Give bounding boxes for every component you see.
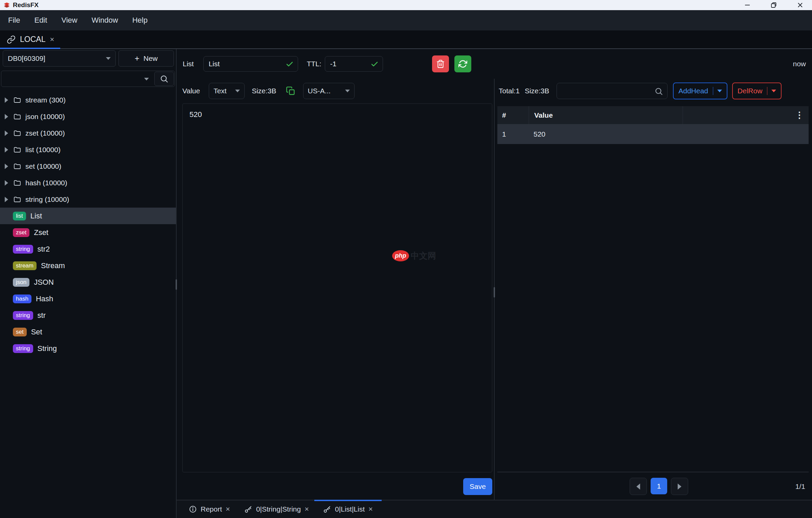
search-button[interactable] xyxy=(154,72,174,86)
key-row-str2[interactable]: string str2 xyxy=(0,241,176,257)
close-button[interactable] xyxy=(796,1,805,9)
column-header-value[interactable]: Value xyxy=(528,106,682,124)
menu-file[interactable]: File xyxy=(8,16,20,25)
caret-right-icon[interactable] xyxy=(5,164,8,169)
connection-tab-local[interactable]: LOCAL × xyxy=(0,30,60,48)
folder-icon xyxy=(13,129,22,137)
button-separator xyxy=(713,87,713,95)
close-icon[interactable]: × xyxy=(368,505,373,513)
menu-help[interactable]: Help xyxy=(132,16,148,25)
redis-logo-icon xyxy=(3,2,10,8)
panel-splitter[interactable] xyxy=(494,79,495,500)
key-row-hash[interactable]: hash Hash xyxy=(0,290,176,307)
tree-folder-stream[interactable]: stream (300) xyxy=(0,92,176,108)
chevron-down-icon[interactable] xyxy=(144,78,149,80)
chevron-down-icon[interactable] xyxy=(717,90,722,92)
tab-report[interactable]: Report × xyxy=(184,500,235,518)
menu-edit[interactable]: Edit xyxy=(34,16,47,25)
key-name-input[interactable] xyxy=(203,56,298,72)
chevron-down-icon xyxy=(106,57,111,60)
tab-list-list[interactable]: 0|List|List × xyxy=(318,500,378,518)
check-icon xyxy=(370,60,379,68)
del-row-button[interactable]: DelRow xyxy=(732,83,782,99)
type-badge: string xyxy=(13,344,33,353)
rows-search-input[interactable] xyxy=(557,83,667,99)
prev-page-button[interactable] xyxy=(630,478,647,495)
app-title: RedisFX xyxy=(13,1,39,9)
type-badge: stream xyxy=(13,261,37,270)
caret-right-icon[interactable] xyxy=(5,114,8,119)
close-icon[interactable]: × xyxy=(226,505,230,513)
type-badge: list xyxy=(13,212,26,220)
bottom-tab-bar: Report × 0|String|String × 0|List|List × xyxy=(177,500,812,518)
rows-total: Total:1 xyxy=(499,87,520,95)
column-header-index[interactable]: # xyxy=(497,111,528,119)
watermark: php 中文网 xyxy=(392,250,436,261)
connection-tab-label: LOCAL xyxy=(20,35,45,44)
value-content: 520 xyxy=(189,110,485,119)
key-row-stream[interactable]: stream Stream xyxy=(0,257,176,274)
value-editor-panel: Value Text Size:3B US-A... 520 php 中文网 xyxy=(182,79,492,500)
refreshed-status: now xyxy=(793,60,809,68)
key-type-label: List xyxy=(183,60,194,68)
folder-icon xyxy=(13,113,22,121)
value-editor[interactable]: 520 php 中文网 xyxy=(182,103,492,472)
save-button[interactable]: Save xyxy=(463,478,492,495)
chevron-down-icon xyxy=(235,90,240,92)
folder-icon xyxy=(13,162,22,170)
key-row-string[interactable]: string String xyxy=(0,340,176,357)
tree-folder-json[interactable]: json (10000) xyxy=(0,108,176,125)
search-icon[interactable] xyxy=(654,87,663,96)
tree-folder-list[interactable]: list (10000) xyxy=(0,141,176,158)
caret-right-icon[interactable] xyxy=(5,131,8,136)
menu-window[interactable]: Window xyxy=(92,16,118,25)
close-icon[interactable]: × xyxy=(50,36,54,43)
key-row-str[interactable]: string str xyxy=(0,307,176,324)
minimize-button[interactable] xyxy=(743,1,752,9)
next-page-button[interactable] xyxy=(671,478,688,495)
format-select[interactable]: Text xyxy=(209,83,245,99)
plus-icon: + xyxy=(135,54,139,63)
table-row[interactable]: 1 520 xyxy=(497,124,809,144)
key-icon xyxy=(244,505,252,513)
chevron-down-icon[interactable] xyxy=(771,90,776,92)
table-header: # Value ⋮ xyxy=(497,106,809,124)
caret-right-icon[interactable] xyxy=(5,147,8,152)
encoding-select[interactable]: US-A... xyxy=(303,83,355,99)
add-head-button[interactable]: AddHead xyxy=(673,83,727,99)
rows-size: Size:3B xyxy=(525,87,549,95)
tree-folder-string[interactable]: string (10000) xyxy=(0,191,176,208)
refresh-icon xyxy=(458,60,467,68)
caret-right-icon[interactable] xyxy=(5,97,8,103)
tree-folder-zset[interactable]: zset (10000) xyxy=(0,125,176,141)
key-row-zset[interactable]: zset Zset xyxy=(0,224,176,241)
value-size-label: Size:3B xyxy=(252,87,276,95)
folder-icon xyxy=(13,146,22,154)
type-badge: string xyxy=(13,245,33,254)
key-row-json[interactable]: json JSON xyxy=(0,274,176,290)
type-badge: string xyxy=(13,311,33,320)
tab-string-string[interactable]: 0|String|String × xyxy=(240,500,314,518)
menu-view[interactable]: View xyxy=(61,16,77,25)
key-tree: stream (300) json (10000) zset (10000) l… xyxy=(0,92,176,357)
current-page-button[interactable]: 1 xyxy=(651,478,667,494)
key-row-list[interactable]: list List xyxy=(0,208,176,224)
new-key-button[interactable]: + New xyxy=(118,50,174,67)
refresh-key-button[interactable] xyxy=(454,55,471,72)
db-select[interactable]: DB0[60309] xyxy=(3,50,116,67)
delete-key-button[interactable] xyxy=(432,55,449,72)
tree-folder-hash[interactable]: hash (10000) xyxy=(0,174,176,191)
splitter-grip[interactable] xyxy=(494,287,495,298)
caret-right-icon[interactable] xyxy=(5,180,8,186)
restore-button[interactable] xyxy=(769,1,778,9)
key-row-set[interactable]: set Set xyxy=(0,324,176,340)
tree-folder-set[interactable]: set (10000) xyxy=(0,158,176,174)
trash-icon xyxy=(436,60,445,68)
close-icon[interactable]: × xyxy=(304,505,309,513)
php-logo-icon: php xyxy=(392,250,409,261)
caret-right-icon[interactable] xyxy=(5,197,8,202)
table-menu-icon[interactable]: ⋮ xyxy=(795,110,804,120)
chevron-down-icon xyxy=(345,90,350,92)
copy-icon[interactable] xyxy=(286,86,295,96)
connection-tab-strip: LOCAL × xyxy=(0,30,812,49)
